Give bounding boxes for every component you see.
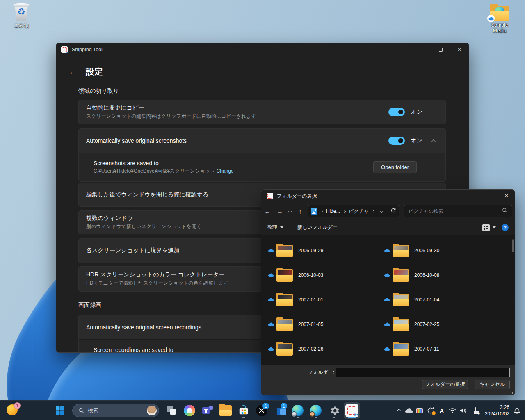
back-button[interactable]: ← xyxy=(66,65,79,78)
save-location-title: Screenshots are saved to xyxy=(94,160,234,167)
cancel-button[interactable]: キャンセル xyxy=(475,380,510,389)
nav-up-icon[interactable]: ↑ xyxy=(294,208,306,215)
select-folder-button[interactable]: フォルダーの選択 xyxy=(422,380,468,389)
folder-item[interactable]: 2007-07-11 xyxy=(381,337,498,361)
onedrive-cloud-icon xyxy=(487,15,495,22)
taskbar-icon-settings[interactable] xyxy=(326,402,342,419)
folder-thumbnail-icon xyxy=(392,243,409,258)
taskbar-icon-x[interactable]: 1 xyxy=(253,402,270,419)
photos-tray-icon[interactable] xyxy=(414,402,425,419)
setting-auto-save[interactable]: Automatically save original screenshots … xyxy=(79,129,445,153)
search-placeholder: ピクチャの検索 xyxy=(409,208,443,215)
dialog-close-button[interactable]: × xyxy=(498,190,515,202)
folder-name: 2007-07-11 xyxy=(414,346,439,352)
folder-name: 2007-01-04 xyxy=(414,297,439,303)
folder-select-dialog: ✂ フォルダーの選択 × ← → ↑ Hide... ピクチャ xyxy=(261,189,515,395)
breadcrumb-chevron-icon xyxy=(371,210,375,212)
folder-item[interactable]: 2007-02-26 xyxy=(265,337,381,361)
running-indicator xyxy=(297,417,299,418)
folder-item[interactable]: 2006-10-08 xyxy=(381,263,498,288)
snipping-titlebar[interactable]: ✂ Snipping Tool × xyxy=(56,43,469,56)
taskbar-icon-copilot[interactable] xyxy=(181,402,198,419)
scrollbar-thumb[interactable] xyxy=(512,239,514,252)
folder-thumbnail-icon xyxy=(276,243,293,258)
wifi-icon[interactable] xyxy=(447,402,458,419)
chevron-up-icon[interactable] xyxy=(428,139,439,142)
folder-item[interactable]: 2006-09-30 xyxy=(381,238,498,263)
folder-name-input[interactable] xyxy=(336,368,510,377)
heart-icon: ♥ xyxy=(478,412,480,416)
folder-name: 2006-10-03 xyxy=(298,272,323,278)
search-placeholder: 検索 xyxy=(88,407,98,414)
nav-history-chevron-icon[interactable] xyxy=(286,210,294,212)
resize-grip[interactable] xyxy=(510,391,514,395)
folder-name: 2006-10-08 xyxy=(414,272,439,278)
toggle-auto-save[interactable] xyxy=(388,137,405,145)
taskbar-icon-phone-link[interactable]: 1 xyxy=(272,402,288,419)
breadcrumb-root[interactable]: Hide... xyxy=(326,208,340,214)
widgets-button[interactable]: 1 xyxy=(7,404,19,417)
edge-icon xyxy=(292,405,304,416)
nav-back-icon[interactable]: ← xyxy=(261,208,274,215)
pictures-location-icon xyxy=(311,208,317,215)
folder-item[interactable]: 2006-10-03 xyxy=(265,263,381,288)
snipping-tool-icon: ✂ xyxy=(61,46,68,53)
taskbar-icon-edge-profile[interactable] xyxy=(308,402,324,419)
refresh-icon[interactable] xyxy=(390,208,396,215)
address-dropdown-chevron-icon[interactable] xyxy=(377,210,386,212)
taskbar-icon-teams[interactable] xyxy=(199,402,216,419)
recycle-bin-icon: ♻ xyxy=(13,3,30,21)
teams-icon xyxy=(202,405,213,416)
folder-item[interactable]: 2006-09-29 xyxy=(265,238,381,263)
scrollbar[interactable] xyxy=(512,239,514,361)
search-input[interactable]: ピクチャの検索 xyxy=(404,205,512,217)
minimize-button[interactable] xyxy=(412,43,431,56)
desktop-icon-sample-media[interactable]: Sample Media xyxy=(484,4,515,34)
dialog-titlebar[interactable]: ✂ フォルダーの選択 × xyxy=(261,190,515,202)
breadcrumb-current[interactable]: ピクチャ xyxy=(349,208,369,215)
notification-bell-icon[interactable] xyxy=(511,402,523,419)
taskbar-icon-file-explorer[interactable] xyxy=(217,402,234,419)
taskbar-search[interactable]: 検索 xyxy=(72,404,159,417)
folder-item[interactable]: 2007-01-05 xyxy=(265,312,381,337)
onedrive-icon[interactable] xyxy=(404,402,414,419)
edge-profile-icon xyxy=(310,405,322,416)
running-indicator xyxy=(242,417,245,418)
taskbar-clock[interactable]: 3:26 2024/10/02 xyxy=(480,404,511,417)
folder-name: 2006-09-30 xyxy=(414,248,439,253)
cast-device-icon[interactable]: ♥ xyxy=(468,402,480,419)
volume-icon[interactable] xyxy=(458,402,468,419)
new-folder-button[interactable]: 新しいフォルダー xyxy=(297,224,338,231)
taskbar-icon-edge[interactable] xyxy=(290,402,306,419)
onedrive-status-cloud-icon xyxy=(381,298,392,302)
search-icon xyxy=(78,408,84,413)
recording-location-title: Screen recordings are saved to xyxy=(94,347,173,353)
close-button[interactable]: × xyxy=(450,43,469,56)
sync-update-icon[interactable] xyxy=(425,402,436,419)
change-link[interactable]: Change xyxy=(217,168,234,174)
open-folder-button[interactable]: Open folder xyxy=(373,161,417,173)
view-options-button[interactable] xyxy=(482,224,496,231)
taskbar-center: 検索 11✂ xyxy=(51,401,361,420)
taskbar-icon-task-view[interactable] xyxy=(163,402,180,419)
taskbar-icon-snipping-tool[interactable]: ✂ xyxy=(344,402,360,419)
settings-gear-icon xyxy=(329,405,340,416)
toggle-auto-copy[interactable] xyxy=(388,108,405,116)
setting-auto-copy[interactable]: 自動的に変更にコピー スクリーンショットの編集内容はクリップボードに自動的にコピ… xyxy=(78,100,446,124)
folder-item[interactable]: 2007-02-25 xyxy=(381,312,498,337)
maximize-button[interactable] xyxy=(431,43,450,56)
tray-overflow-chevron-icon[interactable] xyxy=(394,402,404,419)
folder-item[interactable]: 2007-01-04 xyxy=(381,288,498,312)
ime-mode-icon[interactable]: A xyxy=(436,402,447,419)
page-title: 設定 xyxy=(86,66,103,78)
desktop-icon-recycle-bin[interactable]: ♻ ごみ箱 xyxy=(6,3,37,29)
start-button[interactable] xyxy=(52,402,68,419)
organize-menu[interactable]: 整理 xyxy=(267,224,283,231)
nav-forward-icon[interactable]: → xyxy=(274,208,286,215)
address-bar[interactable]: Hide... ピクチャ xyxy=(308,205,399,217)
help-icon[interactable]: ? xyxy=(502,224,509,231)
folder-item[interactable]: 2007-01-01 xyxy=(265,288,381,312)
folder-name: 2007-01-01 xyxy=(298,297,323,303)
search-icon xyxy=(502,208,508,215)
taskbar-icon-store[interactable] xyxy=(235,402,252,419)
